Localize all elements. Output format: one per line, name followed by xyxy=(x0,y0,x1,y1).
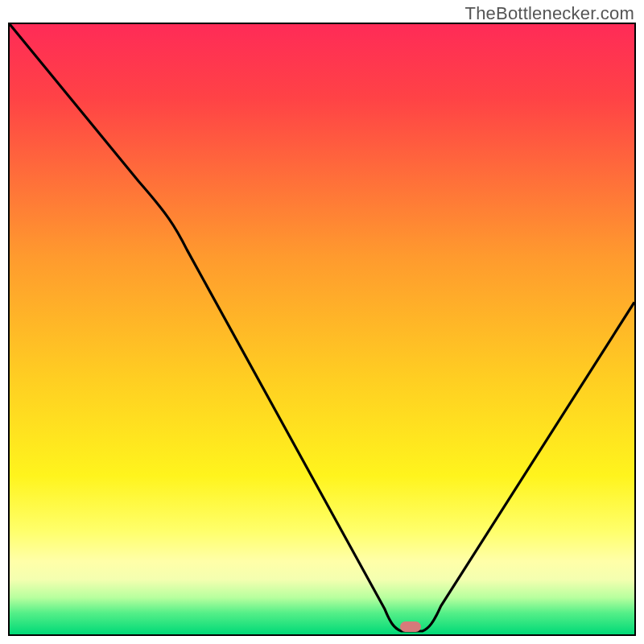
attribution-text: TheBottlenecker.com xyxy=(465,3,634,24)
bottleneck-curve xyxy=(10,24,634,634)
optimal-marker xyxy=(400,621,421,632)
chart-frame xyxy=(8,23,636,636)
